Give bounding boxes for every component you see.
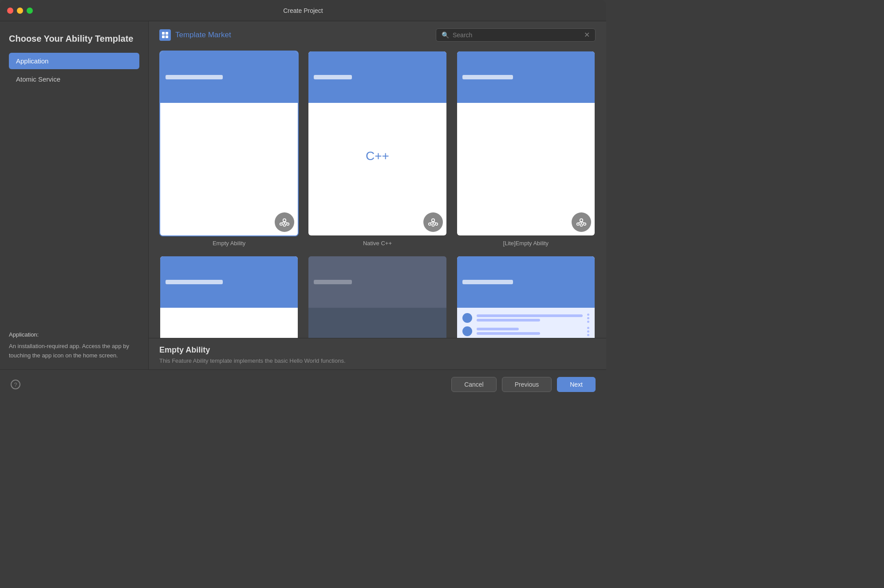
sidebar-item-application[interactable]: Application [9, 53, 139, 69]
minimize-button[interactable] [17, 8, 23, 14]
card-label-native-cpp: Native C++ [363, 240, 392, 247]
sidebar-heading: Choose Your Ability Template [9, 34, 139, 44]
svg-point-18 [580, 219, 583, 222]
svg-point-12 [428, 223, 430, 225]
svg-line-15 [430, 222, 433, 223]
lite-empty-badge [572, 212, 591, 232]
template-card-native-cpp[interactable]: C++ [308, 51, 447, 247]
svg-line-22 [578, 222, 581, 223]
card-label-empty-ability: Empty Ability [213, 240, 245, 247]
svg-point-11 [431, 219, 434, 222]
native-cpp-badge [423, 212, 443, 232]
sidebar-description: Application: An installation-required ap… [9, 330, 139, 361]
template-grid-area[interactable]: Empty Ability C++ [149, 47, 606, 338]
main-content: Choose Your Ability Template Application… [0, 21, 606, 369]
card-thumb-empty-ability[interactable] [159, 51, 299, 236]
window-title: Create Project [283, 7, 323, 14]
maximize-button[interactable] [27, 8, 33, 14]
svg-rect-0 [162, 32, 165, 35]
help-button[interactable]: ? [11, 380, 20, 389]
svg-line-8 [281, 222, 285, 223]
next-button[interactable]: Next [557, 377, 596, 392]
list-row-2 [462, 326, 589, 336]
cancel-button[interactable]: Cancel [451, 377, 497, 392]
template-market-label: Template Market [159, 29, 231, 41]
right-panel: Template Market 🔍 ✕ [149, 21, 606, 369]
footer: ? Cancel Previous Next [0, 369, 606, 399]
template-card-phone-2[interactable] [159, 255, 299, 338]
template-market-text: Template Market [175, 31, 231, 39]
template-card-list-ability[interactable] [456, 255, 596, 338]
card-label-lite-empty: [Lite]Empty Ability [503, 240, 549, 247]
card-thumb-lite-empty[interactable] [456, 51, 596, 236]
card-thumb-list-ability[interactable] [456, 255, 596, 338]
svg-point-19 [577, 223, 579, 225]
svg-point-14 [432, 224, 434, 226]
template-card-lite-empty[interactable]: [Lite]Empty Ability [456, 51, 596, 247]
template-grid: Empty Ability C++ [159, 51, 596, 338]
card-thumb-phone-2[interactable] [159, 255, 299, 338]
list-row-1 [462, 313, 589, 323]
previous-button[interactable]: Previous [502, 377, 552, 392]
search-input[interactable] [453, 31, 580, 39]
description-body: An installation-required app. Access the… [9, 342, 139, 361]
svg-point-20 [584, 223, 586, 225]
template-card-device-choice[interactable] [308, 255, 447, 338]
search-box[interactable]: 🔍 ✕ [436, 28, 596, 42]
svg-rect-1 [166, 32, 168, 35]
svg-line-9 [284, 222, 288, 223]
selected-template-text: This Feature Ability template implements… [159, 357, 596, 364]
svg-line-16 [433, 222, 437, 223]
selected-template-description: Empty Ability This Feature Ability templ… [149, 338, 606, 369]
selected-template-title: Empty Ability [159, 345, 596, 355]
sidebar: Choose Your Ability Template Application… [0, 21, 149, 369]
search-clear-icon[interactable]: ✕ [584, 31, 590, 39]
svg-rect-2 [162, 35, 165, 38]
svg-point-5 [280, 223, 282, 225]
sidebar-item-atomic-service[interactable]: Atomic Service [9, 71, 139, 87]
svg-point-21 [580, 224, 582, 226]
market-icon [159, 29, 171, 41]
template-header: Template Market 🔍 ✕ [149, 21, 606, 47]
svg-point-7 [284, 224, 286, 226]
svg-point-13 [435, 223, 438, 225]
search-icon: 🔍 [442, 31, 449, 39]
titlebar: Create Project [0, 0, 606, 21]
card-thumb-native-cpp[interactable]: C++ [308, 51, 447, 236]
svg-point-4 [283, 219, 286, 222]
svg-rect-3 [166, 35, 168, 38]
close-button[interactable] [7, 8, 13, 14]
window-controls [7, 8, 33, 14]
svg-point-6 [287, 223, 289, 225]
empty-ability-badge [275, 212, 294, 232]
description-title: Application: [9, 330, 139, 340]
cpp-text-label: C++ [366, 149, 389, 163]
template-card-empty-ability[interactable]: Empty Ability [159, 51, 299, 247]
svg-line-23 [581, 222, 585, 223]
card-thumb-device-choice[interactable] [308, 255, 447, 338]
